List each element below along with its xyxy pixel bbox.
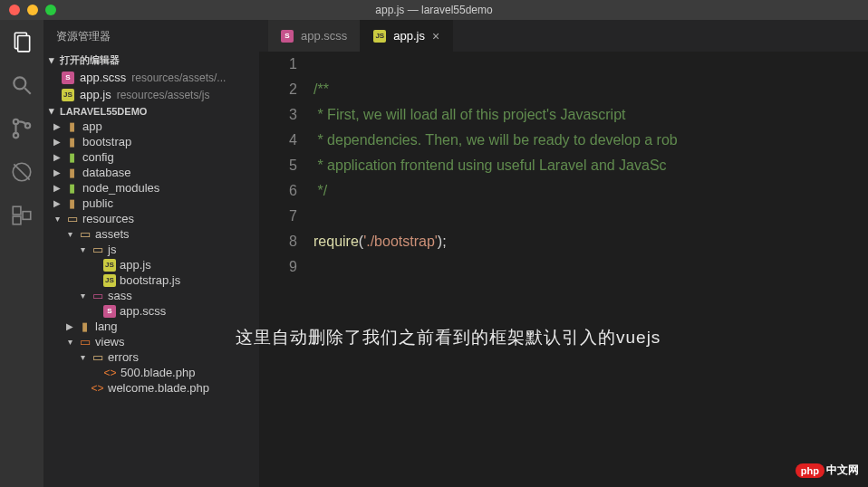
- project-label: LARAVEL55DEMO: [60, 106, 147, 117]
- tree-label: lang: [95, 320, 118, 333]
- svg-line-8: [14, 164, 29, 179]
- scss-icon: S: [62, 72, 74, 84]
- line-gutter: 123456789: [259, 52, 313, 487]
- folder-icon: ▮: [65, 196, 79, 210]
- tree-label: app: [82, 119, 102, 133]
- tab-label: app.js: [393, 29, 425, 43]
- close-window-icon[interactable]: [9, 5, 20, 15]
- tree-row[interactable]: ▾▭js: [43, 242, 259, 257]
- folder-icon: ▭: [78, 335, 92, 349]
- tree-row[interactable]: ▾▭assets: [43, 226, 259, 242]
- tree-arrow-icon: ▾: [78, 244, 87, 254]
- tree-label: bootstrap: [82, 135, 131, 148]
- js-icon: JS: [373, 30, 386, 43]
- tree-row[interactable]: ▶▮config: [43, 149, 259, 165]
- svg-line-3: [24, 88, 31, 94]
- file-name: app.scss: [80, 71, 126, 84]
- tree-label: app.js: [120, 258, 151, 272]
- window-controls: [9, 5, 56, 15]
- tree-label: public: [82, 196, 113, 210]
- tree-row[interactable]: ▶▮bootstrap: [43, 134, 259, 149]
- tree-row[interactable]: ▶▮database: [43, 165, 259, 180]
- svg-rect-9: [13, 206, 21, 215]
- tree-row[interactable]: JSbootstrap.js: [43, 272, 259, 288]
- tree-arrow-icon: ▶: [53, 198, 62, 208]
- tree-row[interactable]: ▾▭sass: [43, 288, 259, 303]
- open-editor-item[interactable]: Sapp.scssresources/assets/...: [43, 69, 259, 86]
- tree-row[interactable]: ▾▭views: [43, 334, 259, 349]
- tree-label: welcome.blade.php: [108, 381, 209, 395]
- open-editors-header[interactable]: ▾ 打开的编辑器: [43, 52, 259, 69]
- activity-bar: [0, 20, 43, 487]
- extensions-icon[interactable]: [9, 203, 34, 228]
- tree-label: config: [82, 150, 114, 164]
- file-path: resources/assets/js: [117, 89, 210, 101]
- debug-icon[interactable]: [9, 159, 34, 185]
- sidebar: 资源管理器 ▾ 打开的编辑器 Sapp.scssresources/assets…: [43, 20, 259, 487]
- tree-label: app.scss: [120, 304, 166, 318]
- open-editor-item[interactable]: JSapp.jsresources/assets/js: [43, 86, 259, 103]
- folder-icon: ▮: [65, 181, 79, 195]
- tree-label: bootstrap.js: [120, 273, 180, 287]
- tree-label: node_modules: [82, 181, 159, 195]
- svg-point-5: [14, 133, 18, 138]
- tree-arrow-icon: ▶: [53, 121, 62, 131]
- explorer-icon[interactable]: [9, 29, 34, 54]
- tree-arrow-icon: ▶: [53, 152, 62, 162]
- tree-label: assets: [95, 227, 130, 241]
- close-icon[interactable]: ×: [432, 29, 439, 43]
- tree-row[interactable]: Sapp.scss: [43, 303, 259, 319]
- git-icon[interactable]: [9, 116, 34, 141]
- tree-arrow-icon: ▾: [65, 229, 74, 239]
- tree-row[interactable]: <>500.blade.php: [43, 365, 259, 380]
- file-path: resources/assets/...: [131, 72, 226, 84]
- minimize-window-icon[interactable]: [27, 5, 38, 15]
- code-editor[interactable]: 123456789 /** * First, we will load all …: [259, 52, 868, 487]
- maximize-window-icon[interactable]: [45, 5, 56, 15]
- folder-icon: ▮: [65, 135, 79, 148]
- scss-icon: S: [281, 30, 294, 43]
- svg-rect-1: [18, 36, 30, 52]
- tree-row[interactable]: ▾▭resources: [43, 211, 259, 226]
- tree-row[interactable]: ▶▮lang: [43, 319, 259, 334]
- editor-area: Sapp.scssJSapp.js× 123456789 /** * First…: [259, 20, 868, 487]
- tab[interactable]: Sapp.scss: [268, 20, 361, 52]
- project-header[interactable]: ▾ LARAVEL55DEMO: [43, 103, 259, 119]
- tree-label: database: [82, 166, 131, 179]
- open-editors-label: 打开的编辑器: [60, 53, 120, 67]
- tree-arrow-icon: ▾: [78, 352, 87, 362]
- search-icon[interactable]: [9, 72, 34, 98]
- folder-open-icon: ▭: [91, 243, 104, 256]
- folder-icon: ▮: [65, 119, 79, 133]
- tree-arrow-icon: ▾: [65, 337, 74, 347]
- file-name: app.js: [80, 88, 111, 101]
- folder-icon: ▭: [91, 289, 104, 302]
- folder-open-icon: ▭: [65, 212, 79, 225]
- code-lines: /** * First, we will load all of this pr…: [313, 52, 868, 487]
- tree-arrow-icon: ▶: [53, 137, 62, 147]
- svg-point-4: [14, 119, 18, 124]
- folder-icon: ▮: [65, 150, 79, 164]
- js-icon: JS: [103, 274, 116, 287]
- tree-row[interactable]: JSapp.js: [43, 257, 259, 272]
- tree-label: 500.blade.php: [121, 366, 195, 379]
- folder-open-icon: ▭: [78, 227, 92, 241]
- html-icon: <>: [103, 366, 117, 379]
- tree-arrow-icon: ▶: [53, 167, 62, 177]
- titlebar: app.js — laravel55demo: [0, 0, 868, 20]
- tab[interactable]: JSapp.js×: [361, 20, 453, 52]
- tree-label: js: [108, 243, 116, 256]
- sidebar-title: 资源管理器: [43, 20, 259, 52]
- tree-row[interactable]: ▶▮node_modules: [43, 180, 259, 196]
- tree-row[interactable]: <>welcome.blade.php: [43, 380, 259, 396]
- window-title: app.js — laravel55demo: [0, 4, 868, 16]
- tree-row[interactable]: ▶▮public: [43, 196, 259, 211]
- tree-label: sass: [108, 289, 132, 302]
- html-icon: <>: [91, 381, 104, 395]
- folder-icon: ▮: [65, 166, 79, 179]
- tree-label: views: [95, 335, 125, 349]
- tree-row[interactable]: ▶▮app: [43, 119, 259, 134]
- js-icon: JS: [62, 89, 74, 101]
- svg-rect-10: [13, 216, 21, 224]
- tree-row[interactable]: ▾▭errors: [43, 349, 259, 365]
